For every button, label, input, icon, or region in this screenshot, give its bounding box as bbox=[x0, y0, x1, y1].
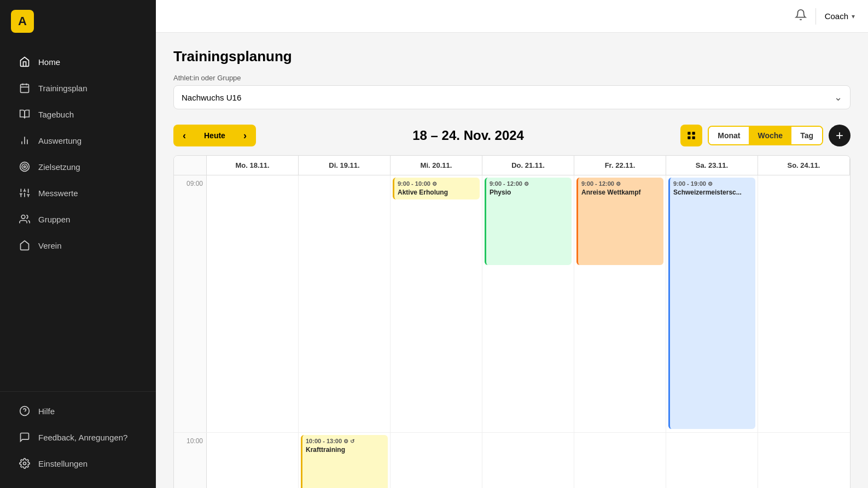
event-aktive-erholung[interactable]: 9:00 - 10:00 ⚙ Aktive Erholung bbox=[393, 178, 480, 199]
user-label: Coach bbox=[825, 11, 848, 21]
help-circle-icon bbox=[19, 405, 31, 417]
next-week-button[interactable]: › bbox=[234, 125, 256, 146]
event-physio-title: Physio bbox=[490, 188, 568, 197]
prev-week-button[interactable]: ‹ bbox=[173, 125, 195, 146]
event-krafttraining[interactable]: 10:00 - 13:00 ⚙ ↺ Krafttraining bbox=[301, 435, 388, 488]
event-krafttraining-title: Krafttraining bbox=[306, 445, 385, 455]
sliders-icon bbox=[19, 187, 31, 199]
calendar-date-range: 18 – 24. Nov. 2024 bbox=[412, 128, 524, 143]
sidebar-item-hilfe-label: Hilfe bbox=[38, 407, 55, 416]
cell-fri-1000[interactable] bbox=[574, 433, 666, 488]
month-view-button[interactable]: Monat bbox=[709, 127, 749, 144]
sidebar-item-verein-label: Verein bbox=[38, 241, 62, 250]
calendar-icon bbox=[19, 82, 31, 94]
cell-sat-1000[interactable] bbox=[666, 433, 758, 488]
cell-sun-0900[interactable] bbox=[758, 175, 850, 432]
cell-tue-0900[interactable] bbox=[299, 175, 391, 432]
event-anreise[interactable]: 9:00 - 12:00 ⚙ Anreise Wettkampf bbox=[576, 178, 663, 265]
svg-point-8 bbox=[22, 164, 27, 169]
cell-thu-1000[interactable] bbox=[482, 433, 574, 488]
sidebar-item-einstellungen[interactable]: Einstellungen bbox=[5, 451, 150, 476]
event-krafttraining-time: 10:00 - 13:00 ⚙ ↺ bbox=[306, 437, 385, 445]
sidebar-item-gruppen-label: Gruppen bbox=[38, 215, 70, 224]
target-icon bbox=[19, 161, 31, 173]
select-label: Athlet:in oder Gruppe bbox=[173, 74, 850, 82]
sidebar-item-trainingsplan[interactable]: Trainingsplan bbox=[5, 75, 150, 101]
calendar-header-row: Mo. 18.11. Di. 19.11. Mi. 20.11. Do. 21.… bbox=[174, 156, 850, 175]
cell-mon-1000[interactable] bbox=[207, 433, 299, 488]
day-header-sat: Sa. 23.11. bbox=[666, 156, 758, 175]
day-view-button[interactable]: Tag bbox=[791, 127, 822, 144]
home-icon bbox=[19, 56, 31, 68]
event-aktive-erholung-title: Aktive Erholung bbox=[398, 188, 476, 197]
event-schweizermeisterschaft-time: 9:00 - 19:00 ⚙ bbox=[673, 180, 752, 188]
main-content: Coach ▾ Trainingsplanung Athlet:in oder … bbox=[156, 0, 868, 488]
time-label-0900: 09:00 bbox=[174, 175, 207, 432]
cell-sat-0900[interactable]: 9:00 - 19:00 ⚙ Schweizermeistersc... bbox=[666, 175, 758, 432]
calendar-grid: Mo. 18.11. Di. 19.11. Mi. 20.11. Do. 21.… bbox=[173, 155, 850, 488]
event-schweizermeisterschaft-title: Schweizermeistersc... bbox=[673, 188, 752, 197]
header-divider bbox=[815, 8, 816, 25]
event-physio[interactable]: 9:00 - 12:00 ⚙ Physio bbox=[485, 178, 572, 265]
users-icon bbox=[19, 213, 31, 225]
settings-icon bbox=[19, 457, 31, 469]
sidebar-item-auswertung[interactable]: Auswertung bbox=[5, 128, 150, 153]
day-header-wed: Mi. 20.11. bbox=[391, 156, 482, 175]
event-aktive-erholung-time: 9:00 - 10:00 ⚙ bbox=[398, 180, 476, 188]
today-button[interactable]: Heute bbox=[195, 125, 234, 146]
sidebar-item-gruppen[interactable]: Gruppen bbox=[5, 207, 150, 232]
day-header-fri: Fr. 22.11. bbox=[574, 156, 666, 175]
sidebar-item-home[interactable]: Home bbox=[5, 49, 150, 74]
time-column-header bbox=[174, 156, 207, 175]
athlete-group-select[interactable]: Nachwuchs U16 ⌄ bbox=[173, 85, 850, 109]
sidebar-item-feedback-label: Feedback, Anregungen? bbox=[38, 433, 127, 442]
day-header-mon: Mo. 18.11. bbox=[207, 156, 299, 175]
grid-view-button[interactable] bbox=[680, 125, 702, 146]
event-anreise-time: 9:00 - 12:00 ⚙ bbox=[581, 180, 660, 188]
sidebar-item-feedback[interactable]: Feedback, Anregungen? bbox=[5, 425, 150, 450]
calendar-view-controls: Monat Woche Tag + bbox=[680, 125, 850, 146]
sidebar-bottom: Hilfe Feedback, Anregungen? Einstellunge… bbox=[0, 391, 156, 488]
cell-wed-0900[interactable]: 9:00 - 10:00 ⚙ Aktive Erholung bbox=[391, 175, 482, 432]
chevron-down-icon: ▾ bbox=[852, 13, 855, 20]
sidebar-item-messwerte[interactable]: Messwerte bbox=[5, 180, 150, 205]
select-arrow-icon: ⌄ bbox=[834, 91, 842, 103]
event-schweizermeisterschaft[interactable]: 9:00 - 19:00 ⚙ Schweizermeistersc... bbox=[668, 178, 755, 429]
sidebar-item-zielsetzung[interactable]: Zielsetzung bbox=[5, 154, 150, 179]
event-physio-time: 9:00 - 12:00 ⚙ bbox=[490, 180, 568, 188]
cell-mon-0900[interactable] bbox=[207, 175, 299, 432]
cell-sun-1000[interactable] bbox=[758, 433, 850, 488]
cell-tue-1000[interactable]: 10:00 - 13:00 ⚙ ↺ Krafttraining bbox=[299, 433, 391, 488]
sidebar-nav: Home Trainingsplan Tagebuch Auswertung Z… bbox=[0, 43, 156, 391]
notifications-bell[interactable] bbox=[795, 9, 807, 23]
cell-thu-0900[interactable]: 9:00 - 12:00 ⚙ Physio bbox=[482, 175, 574, 432]
building-icon bbox=[19, 239, 31, 251]
day-header-tue: Di. 19.11. bbox=[299, 156, 391, 175]
week-view-button[interactable]: Woche bbox=[749, 127, 791, 144]
cell-wed-1000[interactable] bbox=[391, 433, 482, 488]
sidebar-item-trainingsplan-label: Trainingsplan bbox=[38, 84, 88, 93]
view-mode-buttons: Monat Woche Tag bbox=[708, 126, 823, 145]
svg-point-19 bbox=[21, 215, 25, 219]
svg-point-22 bbox=[24, 462, 26, 465]
sidebar-item-zielsetzung-label: Zielsetzung bbox=[38, 162, 80, 172]
sidebar-item-verein[interactable]: Verein bbox=[5, 233, 150, 258]
sidebar-item-tagebuch[interactable]: Tagebuch bbox=[5, 102, 150, 127]
user-menu[interactable]: Coach ▾ bbox=[825, 11, 855, 21]
sidebar-item-tagebuch-label: Tagebuch bbox=[38, 110, 74, 119]
bar-chart-icon bbox=[19, 134, 31, 146]
add-event-button[interactable]: + bbox=[829, 125, 850, 146]
time-row-1000: 10:00 10:00 - 13:00 ⚙ ↺ Krafttraining bbox=[174, 433, 850, 488]
svg-rect-24 bbox=[692, 132, 695, 134]
sidebar-item-messwerte-label: Messwerte bbox=[38, 189, 78, 198]
content-area: Trainingsplanung Athlet:in oder Gruppe N… bbox=[156, 33, 868, 488]
time-row-0900: 09:00 9:00 - 10:00 ⚙ Aktive Erholung 9:0… bbox=[174, 175, 850, 433]
day-header-thu: Do. 21.11. bbox=[482, 156, 574, 175]
cell-fri-0900[interactable]: 9:00 - 12:00 ⚙ Anreise Wettkampf bbox=[574, 175, 666, 432]
sidebar: A Home Trainingsplan Tagebuch Auswertung bbox=[0, 0, 156, 488]
sidebar-item-hilfe[interactable]: Hilfe bbox=[5, 398, 150, 424]
app-logo[interactable]: A bbox=[11, 10, 34, 33]
sidebar-item-home-label: Home bbox=[38, 57, 60, 67]
svg-rect-25 bbox=[688, 137, 691, 139]
event-anreise-title: Anreise Wettkampf bbox=[581, 188, 660, 197]
